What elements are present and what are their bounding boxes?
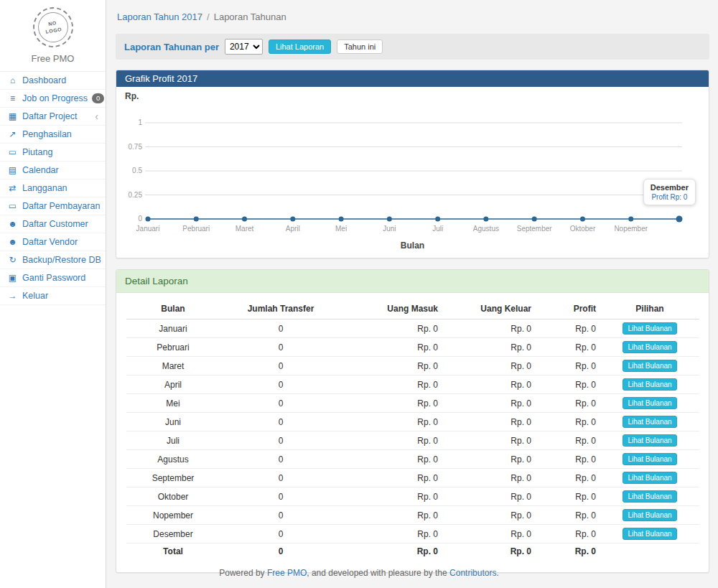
cell-jumlah_transfer: 0 bbox=[220, 375, 342, 394]
footer: Powered by Free PMO, and developed with … bbox=[0, 568, 718, 578]
lihat-bulanan-button[interactable]: Lihat Bulanan bbox=[623, 528, 676, 540]
total-uang_keluar: Rp. 0 bbox=[442, 543, 536, 560]
tahun-ini-button[interactable]: Tahun ini bbox=[337, 39, 383, 54]
cell-profit: Rp. 0 bbox=[536, 319, 600, 338]
table-row: Agustus0Rp. 0Rp. 0Rp. 0Lihat Bulanan bbox=[126, 450, 699, 469]
credit-card-icon: ▭ bbox=[7, 147, 18, 157]
cell-pilihan: Lihat Bulanan bbox=[600, 450, 699, 469]
cell-uang_keluar: Rp. 0 bbox=[442, 431, 536, 450]
contributors-link[interactable]: Contributors bbox=[449, 568, 496, 578]
lihat-bulanan-button[interactable]: Lihat Bulanan bbox=[623, 397, 676, 409]
table-icon: ▦ bbox=[7, 111, 18, 121]
breadcrumb-link-laporan-tahun[interactable]: Laporan Tahun 2017 bbox=[117, 11, 202, 22]
sidebar-item-job-on-progress[interactable]: ≡Job on Progress0 bbox=[0, 90, 106, 108]
lihat-bulanan-button[interactable]: Lihat Bulanan bbox=[623, 416, 676, 428]
table-row: Oktober0Rp. 0Rp. 0Rp. 0Lihat Bulanan bbox=[126, 487, 699, 506]
sidebar-item-ganti-password[interactable]: ▣Ganti Password bbox=[0, 269, 106, 287]
table-row: Januari0Rp. 0Rp. 0Rp. 0Lihat Bulanan bbox=[126, 319, 699, 338]
sidebar-item-dashboard[interactable]: ⌂Dashboard bbox=[0, 72, 106, 90]
sidebar-item-penghasilan[interactable]: ↗Penghasilan bbox=[0, 126, 106, 144]
cell-jumlah_transfer: 0 bbox=[220, 450, 342, 469]
cell-bulan: Januari bbox=[126, 319, 220, 338]
sidebar-item-keluar[interactable]: →Keluar bbox=[0, 287, 106, 305]
sidebar-item-langganan[interactable]: ⇄Langganan bbox=[0, 179, 106, 197]
cell-pilihan: Lihat Bulanan bbox=[600, 413, 699, 431]
cell-profit: Rp. 0 bbox=[536, 506, 600, 525]
cell-uang_masuk: Rp. 0 bbox=[342, 506, 442, 525]
total-uang_masuk: Rp. 0 bbox=[342, 543, 442, 560]
cell-uang_masuk: Rp. 0 bbox=[342, 469, 442, 487]
chart-panel-title: Grafik Profit 2017 bbox=[116, 70, 709, 87]
chart-x-axis-title: Bulan bbox=[125, 241, 700, 251]
sidebar-item-label: Keluar bbox=[22, 291, 48, 301]
cell-pilihan: Lihat Bulanan bbox=[600, 357, 699, 375]
sidebar-item-daftar-customer[interactable]: ☻Daftar Customer bbox=[0, 215, 106, 233]
sidebar-item-label: Dashboard bbox=[22, 75, 66, 85]
cell-uang_masuk: Rp. 0 bbox=[342, 357, 442, 375]
cell-uang_keluar: Rp. 0 bbox=[442, 338, 536, 357]
svg-text:Nopember: Nopember bbox=[614, 225, 648, 233]
cell-uang_masuk: Rp. 0 bbox=[342, 450, 442, 469]
lihat-bulanan-button[interactable]: Lihat Bulanan bbox=[623, 509, 676, 521]
profit-chart-panel: Grafik Profit 2017 Rp. 00.250.50.751Janu… bbox=[116, 70, 709, 258]
svg-text:September: September bbox=[517, 225, 553, 233]
toolbar-label: Laporan Tahunan per bbox=[124, 42, 219, 52]
lihat-bulanan-button[interactable]: Lihat Bulanan bbox=[623, 434, 676, 447]
lihat-bulanan-button[interactable]: Lihat Bulanan bbox=[623, 453, 676, 465]
sidebar-item-daftar-project[interactable]: ▦Daftar Project‹ bbox=[0, 108, 106, 126]
lihat-bulanan-button[interactable]: Lihat Bulanan bbox=[623, 472, 676, 484]
cell-bulan: Desember bbox=[126, 525, 220, 543]
sidebar-item-calendar[interactable]: ▤Calendar bbox=[0, 162, 106, 179]
cell-uang_keluar: Rp. 0 bbox=[442, 375, 536, 394]
cell-uang_keluar: Rp. 0 bbox=[442, 469, 536, 487]
cell-jumlah_transfer: 0 bbox=[220, 394, 342, 413]
svg-text:Oktober: Oktober bbox=[570, 225, 596, 233]
breadcrumb-separator: / bbox=[207, 11, 210, 22]
profit-line-chart-svg: 00.250.50.751JanuariPebruariMaretAprilMe… bbox=[125, 103, 698, 241]
cell-uang_masuk: Rp. 0 bbox=[342, 413, 442, 431]
sidebar-item-daftar-pembayaran[interactable]: ▭Daftar Pembayaran bbox=[0, 197, 106, 215]
lihat-bulanan-button[interactable]: Lihat Bulanan bbox=[623, 322, 676, 335]
sidebar-item-label: Daftar Customer bbox=[22, 219, 88, 229]
lihat-laporan-button[interactable]: Lihat Laporan bbox=[269, 39, 331, 54]
lihat-bulanan-button[interactable]: Lihat Bulanan bbox=[623, 378, 676, 391]
cell-jumlah_transfer: 0 bbox=[220, 487, 342, 506]
cell-uang_keluar: Rp. 0 bbox=[442, 413, 536, 431]
cell-jumlah_transfer: 0 bbox=[220, 357, 342, 375]
sign-out-icon: → bbox=[7, 291, 18, 301]
cell-bulan: Agustus bbox=[126, 450, 220, 469]
svg-text:April: April bbox=[286, 225, 300, 233]
free-pmo-link[interactable]: Free PMO bbox=[267, 568, 307, 578]
lihat-bulanan-button[interactable]: Lihat Bulanan bbox=[623, 360, 676, 372]
sidebar-item-backup-restore-db[interactable]: ↻Backup/Restore DB bbox=[0, 251, 106, 269]
table-row: April0Rp. 0Rp. 0Rp. 0Lihat Bulanan bbox=[126, 375, 699, 394]
table-row: Maret0Rp. 0Rp. 0Rp. 0Lihat Bulanan bbox=[126, 357, 699, 375]
cell-pilihan: Lihat Bulanan bbox=[600, 375, 699, 394]
cell-uang_masuk: Rp. 0 bbox=[342, 394, 442, 413]
lihat-bulanan-button[interactable]: Lihat Bulanan bbox=[623, 341, 676, 353]
chart-tooltip-value: Profit Rp: 0 bbox=[651, 193, 689, 201]
sidebar-item-label: Daftar Project bbox=[22, 111, 77, 121]
sidebar-item-label: Piutang bbox=[22, 147, 52, 157]
tasks-icon: ≡ bbox=[7, 93, 18, 103]
cell-jumlah_transfer: 0 bbox=[220, 431, 342, 450]
no-logo-text: NO LOGO bbox=[35, 10, 70, 45]
sidebar-menu: ⌂Dashboard≡Job on Progress0▦Daftar Proje… bbox=[0, 72, 106, 305]
sidebar-item-label: Penghasilan bbox=[22, 129, 72, 139]
total-row: Total0Rp. 0Rp. 0Rp. 0 bbox=[126, 543, 699, 560]
sidebar-item-label: Calendar bbox=[22, 165, 59, 175]
cell-uang_masuk: Rp. 0 bbox=[342, 525, 442, 543]
table-row: Juli0Rp. 0Rp. 0Rp. 0Lihat Bulanan bbox=[126, 431, 699, 450]
cell-bulan: Maret bbox=[126, 357, 220, 375]
lihat-bulanan-button[interactable]: Lihat Bulanan bbox=[623, 490, 676, 503]
chart-tooltip-title: Desember bbox=[651, 183, 689, 192]
sidebar: NO LOGO Free PMO ⌂Dashboard≡Job on Progr… bbox=[0, 0, 106, 588]
cell-bulan: Mei bbox=[126, 394, 220, 413]
sidebar-item-daftar-vendor[interactable]: ☻Daftar Vendor bbox=[0, 233, 106, 251]
app-logo: NO LOGO Free PMO bbox=[0, 0, 106, 72]
year-select[interactable]: 2017 bbox=[225, 39, 263, 55]
cell-profit: Rp. 0 bbox=[536, 413, 600, 431]
profit-line-chart: 00.250.50.751JanuariPebruariMaretAprilMe… bbox=[125, 103, 700, 241]
sidebar-item-piutang[interactable]: ▭Piutang bbox=[0, 144, 106, 162]
cell-profit: Rp. 0 bbox=[536, 525, 600, 543]
